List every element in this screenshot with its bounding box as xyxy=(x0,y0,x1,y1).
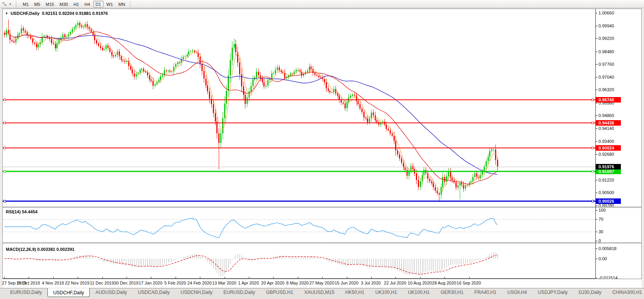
date-axis-label-3-jul-2020: 3 Jul 2020 xyxy=(361,281,381,285)
date-axis-label-16-oct-2019: 16 Oct 2019 xyxy=(16,281,40,285)
tab-ger30-h1-11[interactable]: GER30,H1 xyxy=(435,288,469,297)
timeframe-button-m30[interactable]: M30 xyxy=(57,1,70,7)
chart-title: ▼ USDCHF,Daily 0.92151 0.92204 0.91881 0… xyxy=(5,11,108,16)
chart-dropdown-icon[interactable]: ▼ xyxy=(5,12,8,15)
tab-gbpusd-h1-6[interactable]: GBPUSD,H1 xyxy=(261,288,299,297)
tab-china300-h1-16[interactable]: CHINA300,H1 xyxy=(607,288,644,297)
rsi-indicator-label: RSI(14) 54.4454 xyxy=(6,209,38,214)
price-chart-canvas[interactable] xyxy=(3,9,641,279)
timeframe-button-group: M1M5M15M30H1H4D1W1MN xyxy=(20,1,128,7)
tab-usdchf-daily-1[interactable]: USDCHF,Daily xyxy=(47,288,90,297)
date-axis-label-30-dec-2019: 30 Dec 2019 xyxy=(114,281,138,285)
date-axis-label-22-nov-2019: 22 Nov 2019 xyxy=(65,281,89,285)
tab-audusd-daily-2[interactable]: AUDUSD,Daily xyxy=(90,288,132,297)
timeframe-button-m15[interactable]: M15 xyxy=(44,1,56,7)
tab-xauusd-m15-7[interactable]: XAUUSD,M15 xyxy=(299,288,340,297)
tab-uk100-h1-9[interactable]: UK100,H1 xyxy=(370,288,403,297)
timeframe-button-m1[interactable]: M1 xyxy=(20,1,31,7)
tab-usdcad-daily-3[interactable]: USDCAD,Daily xyxy=(132,288,175,297)
date-axis-label-4-nov-2019: 4 Nov 2019 xyxy=(42,281,64,285)
tab-usdjpy-daily-14[interactable]: USDJPY,Daily xyxy=(532,288,573,297)
tab-fra40-h1-12[interactable]: FRA40,H1 xyxy=(469,288,502,297)
timeframe-button-m5[interactable]: M5 xyxy=(32,1,42,7)
date-axis-label-1-apr-2020: 1 Apr 2020 xyxy=(238,281,259,285)
tab-usoil-h4-13[interactable]: USOil,H4 xyxy=(502,288,532,297)
chart-ohlc-values: 0.92151 0.92204 0.91881 0.91976 xyxy=(42,11,108,16)
date-axis-label-28-aug-2020: 28 Aug 2020 xyxy=(432,281,456,285)
chart-tab-bar: EURUSD,DailyUSDCHF,DailyAUDUSD,DailyUSDC… xyxy=(0,288,644,299)
toolbar-drag-handle[interactable] xyxy=(16,1,18,7)
date-axis: 27 Sep 201916 Oct 20194 Nov 201922 Nov 2… xyxy=(2,279,642,288)
timeframe-button-h1[interactable]: H1 xyxy=(71,1,81,7)
timeframe-button-mn[interactable]: MN xyxy=(116,1,127,7)
timeframe-button-w1[interactable]: W1 xyxy=(104,1,116,7)
macd-indicator-label: MACD(12,26,9) 0.003381 0.002391 xyxy=(6,247,74,252)
chart-window: ▼ USDCHF,Daily 0.92151 0.92204 0.91881 0… xyxy=(2,9,642,279)
top-toolbar: ⤡ ▾ M1M5M15M30H1H4D1W1MN xyxy=(0,0,644,8)
date-axis-label-10-aug-2020: 10 Aug 2020 xyxy=(408,281,432,285)
timeframe-button-h4[interactable]: H4 xyxy=(82,1,92,7)
date-axis-label-16-sep-2020: 16 Sep 2020 xyxy=(457,281,481,285)
tab-dj30-daily-15[interactable]: DJ30,Daily xyxy=(573,288,607,297)
date-axis-label-13-mar-2020: 13 Mar 2020 xyxy=(212,281,236,285)
tab-hk50-h1-8[interactable]: HK50,H1 xyxy=(340,288,370,297)
date-axis-label-20-apr-2020: 20 Apr 2020 xyxy=(261,281,284,285)
date-axis-label-22-jul-2020: 22 Jul 2020 xyxy=(384,281,406,285)
timeframe-button-d1[interactable]: D1 xyxy=(93,1,103,7)
date-axis-label-15-jun-2020: 15 Jun 2020 xyxy=(335,281,359,285)
tab-uk100-h1-10[interactable]: UK100,H1 xyxy=(403,288,435,297)
date-axis-label-11-dec-2019: 11 Dec 2019 xyxy=(90,281,114,285)
chevron-down-icon[interactable]: ▾ xyxy=(8,2,13,6)
date-axis-label-17-jan-2020: 17 Jan 2020 xyxy=(139,281,163,285)
line-studies-icon[interactable]: ⤡ xyxy=(1,1,8,7)
date-axis-label-5-feb-2020: 5 Feb 2020 xyxy=(164,281,186,285)
date-axis-label-24-feb-2020: 24 Feb 2020 xyxy=(187,281,212,285)
tab-eurusd-daily-0[interactable]: EURUSD,Daily xyxy=(5,288,47,297)
date-axis-label-27-may-2020: 27 May 2020 xyxy=(309,281,334,285)
tab-usdcnh-daily-4[interactable]: USDCNH,Daily xyxy=(175,288,218,297)
toolbar-divider xyxy=(130,1,131,7)
tab-eurusd-daily-5[interactable]: EURUSD,Daily xyxy=(218,288,261,297)
chart-symbol-label: USDCHF,Daily xyxy=(11,11,40,16)
date-axis-label-8-may-2020: 8 May 2020 xyxy=(286,281,308,285)
